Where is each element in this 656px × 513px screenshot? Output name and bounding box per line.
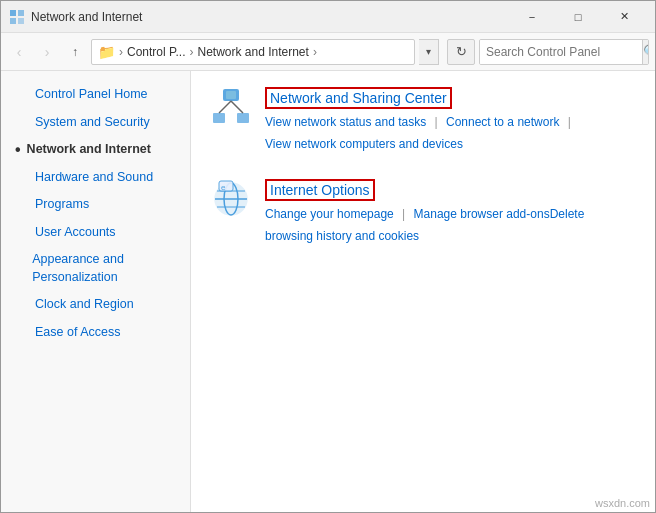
address-bar: ‹ › ↑ 📁 › Control P... › Network and Int… <box>1 33 655 71</box>
svg-rect-2 <box>10 18 16 24</box>
watermark: wsxdn.com <box>595 497 650 509</box>
close-button[interactable]: ✕ <box>601 1 647 33</box>
svg-rect-6 <box>237 113 249 123</box>
link-manage-browser-addons[interactable]: Manage browser add-ons <box>414 207 550 221</box>
path-separator-1: › <box>119 45 123 59</box>
sidebar-item-label: Hardware and Sound <box>35 169 153 187</box>
address-dropdown-button[interactable]: ▾ <box>419 39 439 65</box>
svg-rect-1 <box>18 10 24 16</box>
sidebar-item-control-panel-home[interactable]: Control Panel Home <box>1 81 190 109</box>
svg-rect-3 <box>18 18 24 24</box>
link-separator: | <box>399 207 409 221</box>
search-input[interactable] <box>480 40 642 64</box>
path-separator-2: › <box>189 45 193 59</box>
minimize-button[interactable]: − <box>509 1 555 33</box>
search-box: 🔍 <box>479 39 649 65</box>
sidebar-item-clock-region[interactable]: Clock and Region <box>1 291 190 319</box>
section-links-network-sharing-center: View network status and tasks | Connect … <box>265 112 576 155</box>
maximize-button[interactable]: □ <box>555 1 601 33</box>
sidebar-item-label: Network and Internet <box>27 141 151 159</box>
section-info-internet-options: Internet OptionsChange your homepage | M… <box>265 179 635 247</box>
sidebar-item-appearance-personalization[interactable]: Appearance and Personalization <box>1 246 190 291</box>
link-separator: | <box>564 115 570 129</box>
window-title: Network and Internet <box>31 10 509 24</box>
link-view-network-computers[interactable]: View network computers and devices <box>265 137 463 151</box>
link-change-homepage[interactable]: Change your homepage <box>265 207 394 221</box>
title-bar: Network and Internet − □ ✕ <box>1 1 655 33</box>
section-links-internet-options: Change your homepage | Manage browser ad… <box>265 204 635 247</box>
sidebar-item-label: Programs <box>35 196 89 214</box>
path-separator-3: › <box>313 45 317 59</box>
svg-line-7 <box>219 101 231 113</box>
window-icon <box>9 9 25 25</box>
link-view-network-status[interactable]: View network status and tasks <box>265 115 426 129</box>
sidebar-item-label: System and Security <box>35 114 150 132</box>
link-connect-to-network[interactable]: Connect to a network <box>446 115 559 129</box>
sidebar-item-programs[interactable]: Programs <box>1 191 190 219</box>
svg-text:e: e <box>221 183 226 192</box>
svg-rect-9 <box>226 91 236 99</box>
active-bullet-icon: • <box>15 141 21 159</box>
sidebar-item-label: Control Panel Home <box>35 86 148 104</box>
refresh-button[interactable]: ↻ <box>447 39 475 65</box>
sidebar-item-label: Ease of Access <box>35 324 120 342</box>
sidebar-item-label: User Accounts <box>35 224 116 242</box>
sidebar-item-user-accounts[interactable]: User Accounts <box>1 219 190 247</box>
svg-rect-5 <box>213 113 225 123</box>
sidebar-item-ease-access[interactable]: Ease of Access <box>1 319 190 347</box>
content-area: Network and Sharing CenterView network s… <box>191 71 655 513</box>
content-section-network-sharing-center: Network and Sharing CenterView network s… <box>211 87 635 155</box>
section-title-network-sharing-center[interactable]: Network and Sharing Center <box>265 87 452 109</box>
sidebar-item-hardware-sound[interactable]: Hardware and Sound <box>1 164 190 192</box>
network-sharing-icon <box>211 87 251 127</box>
sidebar-item-label: Appearance and Personalization <box>32 251 176 286</box>
path-item-network-internet[interactable]: Network and Internet <box>197 45 308 59</box>
sidebar-item-label: Clock and Region <box>35 296 134 314</box>
svg-line-8 <box>231 101 243 113</box>
svg-rect-0 <box>10 10 16 16</box>
main-container: Control Panel HomeSystem and Security•Ne… <box>1 71 655 513</box>
section-title-internet-options[interactable]: Internet Options <box>265 179 375 201</box>
link-separator: | <box>431 115 441 129</box>
sidebar-item-system-security[interactable]: System and Security <box>1 109 190 137</box>
sidebar: Control Panel HomeSystem and Security•Ne… <box>1 71 191 513</box>
internet-options-icon: e <box>211 179 251 219</box>
path-item-control-panel[interactable]: Control P... <box>127 45 185 59</box>
forward-button[interactable]: › <box>35 40 59 64</box>
up-button[interactable]: ↑ <box>63 40 87 64</box>
search-icon[interactable]: 🔍 <box>642 40 649 64</box>
section-info-network-sharing-center: Network and Sharing CenterView network s… <box>265 87 576 155</box>
folder-icon: 📁 <box>98 44 115 60</box>
back-button[interactable]: ‹ <box>7 40 31 64</box>
sidebar-item-network-internet: •Network and Internet <box>1 136 190 164</box>
address-path: 📁 › Control P... › Network and Internet … <box>91 39 415 65</box>
content-section-internet-options: e Internet OptionsChange your homepage |… <box>211 179 635 247</box>
window-controls: − □ ✕ <box>509 1 647 33</box>
